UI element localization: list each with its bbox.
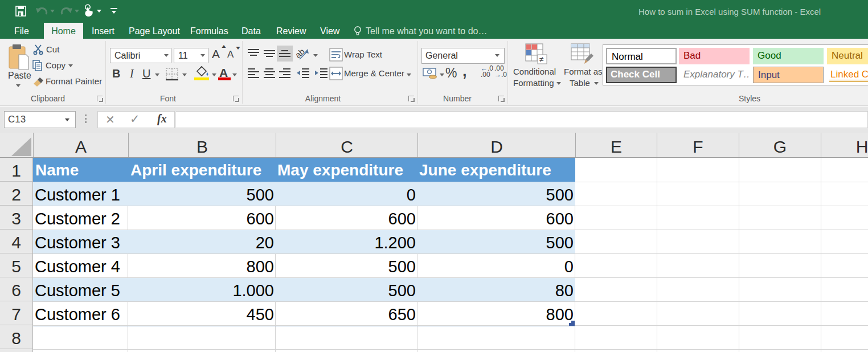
svg-text:≠: ≠ <box>539 55 544 64</box>
